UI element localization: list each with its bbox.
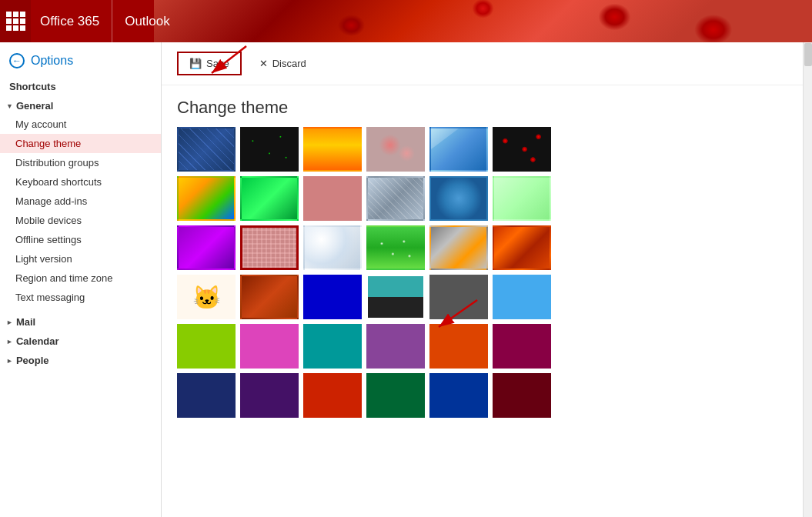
general-group-header[interactable]: ▼ General bbox=[0, 95, 161, 115]
theme-swatch-10[interactable] bbox=[366, 176, 425, 221]
theme-swatch-gray[interactable] bbox=[429, 275, 488, 319]
back-arrow-icon: ← bbox=[9, 53, 25, 68]
theme-grid bbox=[162, 127, 803, 433]
main-layout: ← Options Shortcuts ▼ General My account… bbox=[0, 42, 812, 517]
sidebar-item-light-version[interactable]: Light version bbox=[0, 249, 161, 269]
shortcuts-section: Shortcuts bbox=[0, 76, 161, 95]
theme-swatch-maroon[interactable] bbox=[493, 373, 551, 418]
office365-label: Office 365 bbox=[31, 0, 112, 42]
theme-swatch-pink[interactable] bbox=[240, 324, 299, 369]
theme-swatch-purple[interactable] bbox=[366, 324, 425, 369]
triangle-icon-mail: ► bbox=[6, 319, 13, 326]
theme-swatch-8[interactable] bbox=[240, 176, 299, 221]
theme-swatch-red-stripe[interactable] bbox=[240, 275, 299, 319]
people-label: People bbox=[16, 355, 49, 366]
theme-swatch-4[interactable] bbox=[366, 127, 425, 172]
sidebar-item-mobile-devices[interactable]: Mobile devices bbox=[0, 211, 161, 230]
mail-group-header[interactable]: ► Mail bbox=[0, 312, 161, 331]
theme-swatch-7[interactable] bbox=[177, 176, 236, 221]
sidebar-item-manage-add-ins[interactable]: Manage add-ins bbox=[0, 192, 161, 211]
sidebar-item-my-account[interactable]: My account bbox=[0, 115, 161, 134]
save-button[interactable]: 💾 Save bbox=[177, 52, 242, 75]
theme-swatch-dark-purple[interactable] bbox=[240, 373, 299, 418]
sidebar-item-offline-settings[interactable]: Offline settings bbox=[0, 230, 161, 249]
theme-swatch-6[interactable] bbox=[493, 127, 551, 172]
sidebar-item-text-messaging[interactable]: Text messaging bbox=[0, 288, 161, 307]
theme-swatch-2[interactable] bbox=[240, 127, 299, 172]
theme-swatch-dark-red[interactable] bbox=[493, 324, 551, 369]
page-title: Change theme bbox=[162, 85, 803, 127]
theme-swatch-9[interactable] bbox=[303, 176, 362, 221]
theme-swatch-lime[interactable] bbox=[177, 324, 236, 369]
scrollbar-thumb[interactable] bbox=[804, 43, 812, 66]
theme-swatch-18[interactable] bbox=[493, 225, 551, 270]
calendar-group-header[interactable]: ► Calendar bbox=[0, 331, 161, 350]
save-label: Save bbox=[206, 58, 229, 69]
theme-swatch-1[interactable] bbox=[177, 127, 236, 172]
theme-swatch-3[interactable] bbox=[303, 127, 362, 172]
theme-swatch-dark-green[interactable] bbox=[366, 373, 425, 418]
outlook-label: Outlook bbox=[112, 14, 182, 29]
theme-swatch-lightblue[interactable] bbox=[493, 275, 551, 319]
options-header[interactable]: ← Options bbox=[0, 42, 161, 76]
triangle-icon-people: ► bbox=[6, 357, 13, 365]
sidebar-item-change-theme[interactable]: Change theme bbox=[0, 134, 161, 153]
theme-swatch-15[interactable] bbox=[303, 225, 362, 270]
calendar-label: Calendar bbox=[16, 335, 59, 347]
people-group-header[interactable]: ► People bbox=[0, 350, 161, 369]
triangle-icon: ▼ bbox=[6, 102, 13, 110]
mail-label: Mail bbox=[16, 316, 35, 328]
theme-swatch-13[interactable] bbox=[177, 225, 236, 270]
theme-swatch-12[interactable] bbox=[493, 176, 551, 221]
theme-swatch-teal[interactable] bbox=[303, 324, 362, 369]
theme-swatch-17[interactable] bbox=[429, 225, 488, 270]
sidebar-item-distribution-groups[interactable]: Distribution groups bbox=[0, 153, 161, 172]
theme-swatch-dark-blue[interactable] bbox=[429, 373, 488, 418]
theme-swatch-blue[interactable] bbox=[303, 275, 362, 319]
theme-swatch-orange[interactable] bbox=[429, 324, 488, 369]
sidebar-item-keyboard-shortcuts[interactable]: Keyboard shortcuts bbox=[0, 172, 161, 192]
discard-button[interactable]: ✕ Discard bbox=[248, 52, 318, 75]
general-label: General bbox=[16, 100, 53, 112]
theme-swatch-navy[interactable] bbox=[177, 373, 236, 418]
save-icon: 💾 bbox=[189, 58, 202, 69]
options-label: Options bbox=[31, 54, 73, 68]
topbar: Office 365 Outlook bbox=[0, 0, 812, 42]
theme-swatch-5[interactable] bbox=[429, 127, 488, 172]
scrollbar-track[interactable] bbox=[803, 42, 812, 517]
sidebar-item-region-and-time-zone[interactable]: Region and time zone bbox=[0, 269, 161, 288]
triangle-icon-calendar: ► bbox=[6, 338, 13, 345]
theme-swatch-crimson[interactable] bbox=[303, 373, 362, 418]
discard-icon: ✕ bbox=[259, 58, 268, 69]
theme-swatch-teal-black[interactable] bbox=[366, 275, 425, 319]
content-area: 💾 Save ✕ Discard Change theme bbox=[162, 42, 803, 517]
theme-swatch-11[interactable] bbox=[429, 176, 488, 221]
sidebar: ← Options Shortcuts ▼ General My account… bbox=[0, 42, 162, 517]
theme-swatch-cat[interactable] bbox=[177, 275, 236, 319]
theme-swatch-14[interactable] bbox=[240, 225, 299, 270]
toolbar: 💾 Save ✕ Discard bbox=[162, 42, 803, 85]
discard-label: Discard bbox=[272, 58, 306, 69]
waffle-menu-icon[interactable] bbox=[0, 0, 31, 42]
theme-swatch-16[interactable] bbox=[366, 225, 425, 270]
